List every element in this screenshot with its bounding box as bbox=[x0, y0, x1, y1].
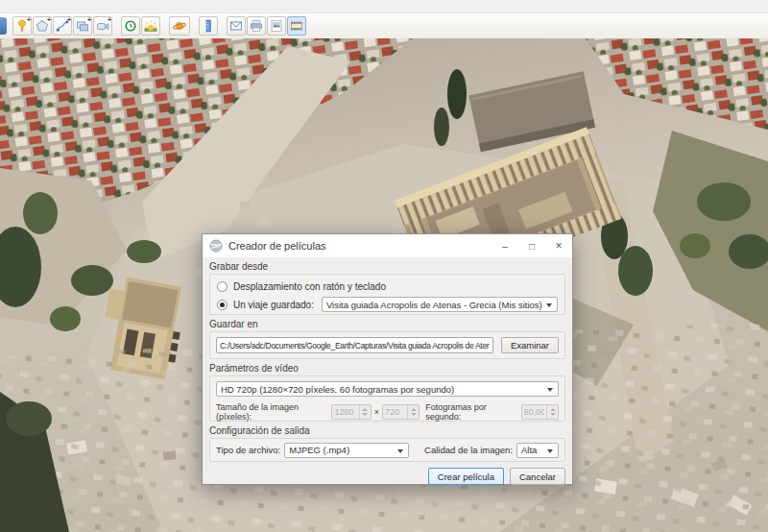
sidebar-toggle-icon[interactable] bbox=[0, 17, 7, 35]
saved-tour-option[interactable]: Un viaje guardado: Visita guiada Acropol… bbox=[217, 297, 558, 312]
main-toolbar: + + + + + bbox=[0, 13, 768, 39]
movie-maker-icon bbox=[290, 19, 303, 33]
height-spinner bbox=[382, 404, 420, 420]
times-sign: × bbox=[374, 407, 379, 417]
image-quality-value: Alta bbox=[521, 445, 537, 455]
planets-button[interactable] bbox=[169, 16, 190, 36]
chevron-down-icon bbox=[547, 388, 553, 392]
fps-label: Fotogramas por segundo: bbox=[425, 402, 517, 422]
historical-imagery-button[interactable] bbox=[121, 16, 140, 36]
sun-icon bbox=[144, 19, 157, 33]
fps-value bbox=[522, 405, 546, 419]
cancel-button[interactable]: Cancelar bbox=[510, 468, 565, 485]
print-button[interactable] bbox=[247, 16, 266, 36]
maximize-button[interactable]: □ bbox=[518, 234, 545, 257]
dialog-title: Creador de películas bbox=[228, 240, 492, 252]
dialog-titlebar[interactable]: Creador de películas – □ × bbox=[203, 234, 572, 257]
save-image-button[interactable] bbox=[267, 16, 286, 36]
add-path-button[interactable]: + bbox=[53, 16, 72, 36]
spinner-arrows-icon bbox=[546, 405, 558, 419]
chevron-down-icon bbox=[397, 449, 403, 453]
width-spinner bbox=[331, 404, 371, 420]
saved-tour-label: Un viaje guardado: bbox=[233, 300, 314, 310]
google-earth-window: + + + + + bbox=[0, 0, 768, 532]
mouse-keyboard-option[interactable]: Desplazamiento con ratón y teclado bbox=[217, 278, 558, 294]
save-image-icon bbox=[270, 19, 283, 33]
file-type-value: MJPEG (.mp4) bbox=[289, 445, 349, 455]
video-preset-value: HD 720p (1280×720 píxeles, 60 fotogramas… bbox=[221, 384, 454, 395]
plus-badge: + bbox=[27, 16, 31, 23]
ruler-icon bbox=[202, 19, 215, 33]
planet-icon bbox=[172, 19, 187, 33]
movie-maker-dialog: Creador de películas – □ × Grabar desde … bbox=[202, 233, 573, 485]
plus-badge: + bbox=[47, 16, 51, 23]
add-placemark-button[interactable]: + bbox=[12, 16, 32, 36]
mouse-keyboard-label: Desplazamiento con ratón y teclado bbox=[233, 281, 386, 292]
browse-button[interactable]: Examinar bbox=[501, 337, 559, 353]
spinner-arrows-icon bbox=[359, 405, 371, 419]
spinner-arrows-icon bbox=[407, 405, 419, 419]
record-from-label: Grabar desde bbox=[209, 261, 565, 273]
window-top-strip bbox=[0, 0, 768, 13]
movie-maker-button[interactable] bbox=[287, 16, 306, 36]
tour-select[interactable]: Visita guiada Acropolis de Atenas - Grec… bbox=[322, 297, 558, 312]
plus-badge: + bbox=[67, 16, 71, 23]
video-params-group: HD 720p (1280×720 píxeles, 60 fotogramas… bbox=[209, 375, 565, 422]
plus-badge: + bbox=[87, 16, 91, 23]
google-earth-icon bbox=[209, 239, 223, 253]
record-tour-button[interactable]: + bbox=[93, 16, 112, 36]
save-in-label: Guardar en bbox=[209, 319, 565, 330]
video-params-label: Parámetros de vídeo bbox=[209, 363, 565, 375]
image-size-label: Tamaño de la imagen (píxeles): bbox=[216, 402, 328, 422]
minimize-button[interactable]: – bbox=[492, 234, 518, 257]
tour-select-value: Visita guiada Acropolis de Atenas - Grec… bbox=[326, 300, 542, 310]
create-movie-button[interactable]: Crear película bbox=[428, 468, 504, 485]
plus-badge: + bbox=[108, 16, 111, 23]
fps-spinner bbox=[521, 404, 559, 420]
video-preset-select[interactable]: HD 720p (1280×720 píxeles, 60 fotogramas… bbox=[216, 381, 559, 397]
email-button[interactable] bbox=[227, 16, 246, 36]
width-value bbox=[332, 405, 358, 419]
height-value bbox=[383, 405, 407, 419]
ruler-button[interactable] bbox=[199, 16, 218, 36]
image-quality-select[interactable]: Alta bbox=[516, 443, 559, 458]
clock-icon bbox=[124, 19, 137, 33]
add-polygon-button[interactable]: + bbox=[33, 16, 52, 36]
printer-icon bbox=[250, 19, 263, 33]
output-path-input[interactable] bbox=[216, 337, 493, 353]
close-button[interactable]: × bbox=[545, 234, 572, 257]
record-from-group: Desplazamiento con ratón y teclado Un vi… bbox=[209, 274, 565, 315]
file-type-select[interactable]: MJPEG (.mp4) bbox=[284, 443, 409, 458]
email-icon bbox=[229, 19, 243, 33]
image-quality-label: Calidad de la imagen: bbox=[424, 445, 513, 455]
file-type-label: Tipo de archivo: bbox=[216, 445, 280, 455]
radio-unchecked-icon[interactable] bbox=[217, 281, 228, 292]
output-config-group: Tipo de archivo: MJPEG (.mp4) Calidad de… bbox=[209, 438, 565, 462]
chevron-down-icon bbox=[546, 303, 552, 307]
output-config-label: Configuración de salida bbox=[209, 425, 565, 437]
radio-checked-icon[interactable] bbox=[217, 300, 228, 310]
chevron-down-icon bbox=[547, 449, 553, 453]
sunlight-button[interactable] bbox=[141, 16, 160, 36]
save-in-group: Examinar bbox=[209, 331, 565, 359]
add-image-overlay-button[interactable]: + bbox=[73, 16, 92, 36]
